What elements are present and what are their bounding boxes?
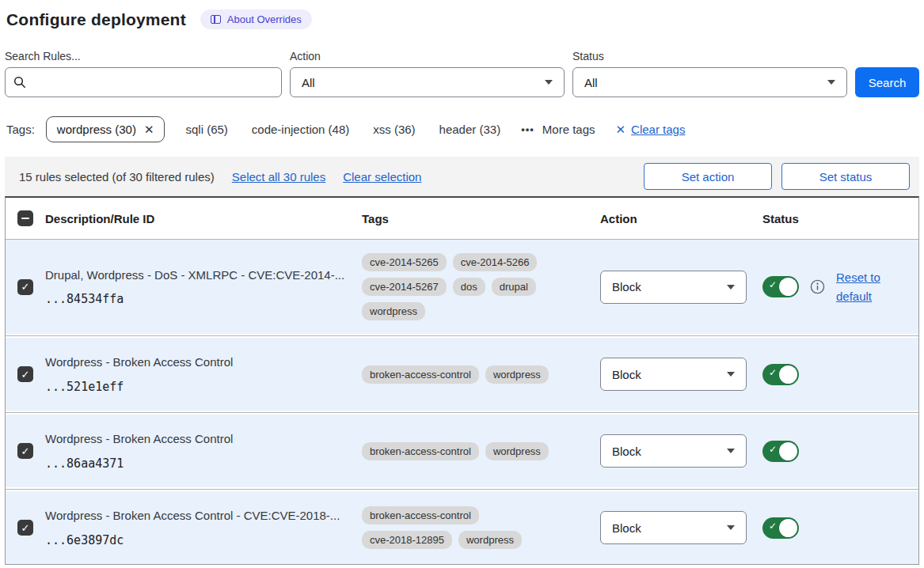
tag-link[interactable]: code-injection (48): [252, 123, 349, 136]
tag-chip: broken-access-control: [362, 506, 479, 524]
tag-chip: drupal: [492, 278, 536, 296]
selected-tag-wordpress[interactable]: wordpress (30) ✕: [46, 116, 165, 142]
rule-action-value: Block: [612, 445, 641, 458]
search-rules-label: Search Rules...: [5, 50, 282, 62]
rule-id: ...521e1eff: [45, 380, 351, 394]
toggle-knob: [779, 519, 797, 537]
clear-tags-link[interactable]: ✕ Clear tags: [616, 123, 686, 136]
set-status-button[interactable]: Set status: [781, 163, 910, 190]
rule-id: ...6e3897dc: [45, 533, 351, 547]
table-header-row: Description/Rule ID Tags Action Status: [6, 198, 918, 240]
rule-action-value: Block: [612, 368, 641, 381]
select-all-link[interactable]: Select all 30 rules: [232, 170, 325, 184]
tag-chip: cve-2018-12895: [362, 531, 452, 549]
more-tags-button[interactable]: ••• More tags: [521, 123, 595, 136]
rule-tags: cve-2014-5265cve-2014-5266cve-2014-5267d…: [362, 253, 600, 320]
selection-summary: 15 rules selected (of 30 filtered rules): [19, 170, 215, 184]
chevron-down-icon: [545, 80, 553, 85]
row-checkbox[interactable]: [17, 366, 33, 382]
table-row: Wordpress - Broken Access Control ...86a…: [6, 415, 918, 487]
table-row: Wordpress - Broken Access Control - CVE:…: [6, 491, 918, 564]
rule-description: Drupal, Wordpress - DoS - XMLRPC - CVE:C…: [45, 267, 351, 283]
tag-link[interactable]: header (33): [439, 123, 501, 136]
chevron-down-icon: [727, 285, 735, 290]
rule-id: ...84534ffa: [45, 292, 351, 306]
search-button[interactable]: Search: [855, 67, 919, 97]
about-overrides-label: About Overrides: [227, 13, 302, 25]
tag-chip: broken-access-control: [362, 442, 479, 460]
row-separator: [6, 487, 918, 491]
reset-to-default-link[interactable]: Reset to default: [836, 268, 892, 306]
col-header-tags: Tags: [362, 212, 600, 225]
rule-tags: broken-access-controlwordpress: [362, 365, 600, 384]
page-header: Configure deployment About Overrides: [6, 9, 919, 29]
rule-description: Wordpress - Broken Access Control - CVE:…: [45, 508, 351, 524]
table-row: Wordpress - Broken Access Control ...521…: [6, 338, 918, 411]
tag-chip: wordpress: [458, 531, 522, 549]
status-filter-label: Status: [572, 50, 847, 62]
filters-row: Search Rules... Action All Status All: [5, 50, 919, 97]
tag-chip: wordpress: [362, 302, 425, 320]
toggle-knob: [779, 442, 797, 460]
configure-deployment-page: Configure deployment About Overrides Sea…: [0, 0, 924, 565]
selected-tag-label: wordpress (30): [57, 123, 136, 136]
clear-tags-label: Clear tags: [631, 123, 685, 136]
row-checkbox[interactable]: [17, 279, 33, 295]
tag-chip: cve-2014-5266: [453, 253, 538, 271]
tag-chip: dos: [453, 278, 485, 296]
clear-selection-link[interactable]: Clear selection: [343, 170, 421, 184]
tag-link[interactable]: sqli (65): [185, 123, 227, 136]
toggle-knob: [779, 278, 797, 296]
row-separator: [6, 411, 918, 415]
status-toggle[interactable]: [762, 364, 799, 385]
tag-link[interactable]: xss (36): [373, 123, 415, 136]
tag-chip: wordpress: [485, 365, 549, 384]
tags-bar: Tags: wordpress (30) ✕ sqli (65)code-inj…: [6, 116, 919, 142]
remove-tag-icon[interactable]: ✕: [144, 123, 154, 135]
about-overrides-badge[interactable]: About Overrides: [200, 9, 312, 29]
search-rules-input[interactable]: [32, 76, 273, 89]
col-header-description: Description/Rule ID: [45, 212, 362, 225]
selection-bar: 15 rules selected (of 30 filtered rules)…: [5, 157, 919, 196]
table-body: Drupal, Wordpress - DoS - XMLRPC - CVE:C…: [6, 240, 918, 564]
rule-description: Wordpress - Broken Access Control: [45, 354, 351, 370]
col-header-action: Action: [600, 212, 762, 225]
status-toggle[interactable]: [762, 276, 799, 297]
action-filter-select[interactable]: All: [290, 67, 565, 97]
clear-tags-x-icon: ✕: [616, 123, 626, 135]
tag-links: sqli (65)code-injection (48)xss (36)head…: [185, 123, 500, 136]
rule-action-select[interactable]: Block: [600, 358, 747, 391]
chevron-down-icon: [727, 372, 735, 377]
tags-label: Tags:: [6, 123, 35, 136]
row-checkbox[interactable]: [17, 520, 33, 536]
tag-chip: cve-2014-5267: [362, 278, 447, 296]
page-title: Configure deployment: [6, 10, 186, 29]
rule-description: Wordpress - Broken Access Control: [45, 431, 351, 447]
select-all-checkbox[interactable]: [17, 210, 33, 226]
rule-action-select[interactable]: Block: [600, 271, 747, 304]
table-row: Drupal, Wordpress - DoS - XMLRPC - CVE:C…: [6, 240, 918, 334]
search-icon: [13, 76, 26, 89]
info-icon[interactable]: [810, 279, 825, 294]
ellipsis-icon: •••: [521, 123, 534, 135]
status-filter-value: All: [584, 76, 598, 89]
row-separator: [6, 334, 918, 338]
status-toggle[interactable]: [762, 441, 799, 462]
chevron-down-icon: [727, 525, 735, 530]
rule-tags: broken-access-controlwordpress: [362, 442, 600, 460]
rule-action-select[interactable]: Block: [600, 511, 747, 544]
status-toggle[interactable]: [762, 517, 799, 539]
search-box: [5, 67, 282, 97]
action-filter-label: Action: [290, 50, 565, 62]
set-action-button[interactable]: Set action: [644, 163, 772, 190]
status-filter-select[interactable]: All: [572, 67, 847, 97]
action-filter-value: All: [302, 76, 315, 89]
rule-action-value: Block: [612, 521, 641, 535]
tag-chip: broken-access-control: [362, 365, 479, 384]
rules-table: Description/Rule ID Tags Action Status D…: [5, 196, 919, 565]
rule-id: ...86aa4371: [45, 456, 351, 471]
rule-action-value: Block: [612, 280, 641, 293]
row-checkbox[interactable]: [17, 443, 33, 459]
chevron-down-icon: [727, 449, 735, 453]
rule-action-select[interactable]: Block: [600, 434, 747, 468]
